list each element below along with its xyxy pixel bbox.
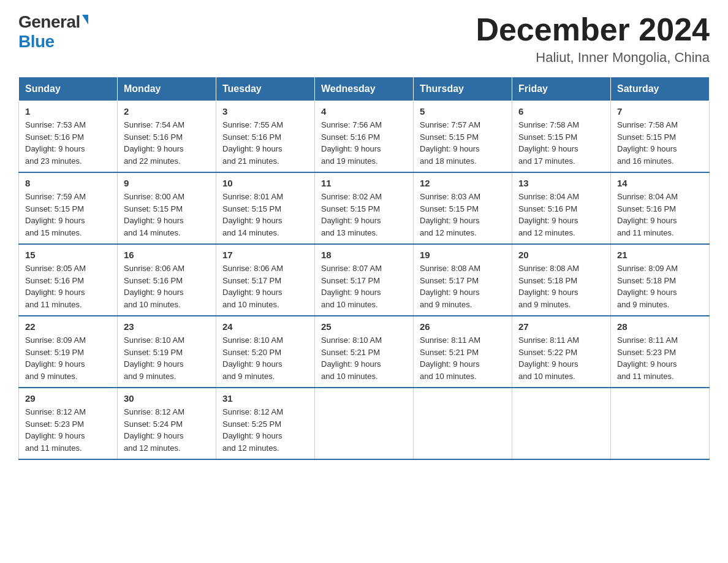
day-number: 16 (124, 250, 210, 260)
day-number: 20 (518, 250, 604, 260)
day-info: Sunrise: 8:09 AMSunset: 5:19 PMDaylight:… (25, 334, 111, 382)
header-wednesday: Wednesday (315, 77, 414, 101)
day-cell-7: 7Sunrise: 7:58 AMSunset: 5:15 PMDaylight… (611, 101, 710, 173)
day-info: Sunrise: 7:53 AMSunset: 5:16 PMDaylight:… (25, 119, 111, 167)
day-number: 1 (25, 106, 111, 117)
day-info: Sunrise: 8:08 AMSunset: 5:17 PMDaylight:… (420, 262, 506, 310)
day-cell-25: 25Sunrise: 8:10 AMSunset: 5:21 PMDayligh… (315, 316, 414, 388)
day-cell-30: 30Sunrise: 8:12 AMSunset: 5:24 PMDayligh… (118, 388, 216, 459)
week-row-1: 1Sunrise: 7:53 AMSunset: 5:16 PMDaylight… (19, 101, 710, 173)
title-section: December 2024 Haliut, Inner Mongolia, Ch… (476, 12, 710, 66)
location-text: Haliut, Inner Mongolia, China (476, 50, 710, 66)
day-info: Sunrise: 7:54 AMSunset: 5:16 PMDaylight:… (124, 119, 210, 167)
header-sunday: Sunday (19, 77, 118, 101)
day-number: 29 (25, 393, 111, 404)
header-saturday: Saturday (611, 77, 710, 101)
day-number: 24 (222, 321, 308, 332)
day-number: 28 (617, 321, 703, 332)
day-cell-15: 15Sunrise: 8:05 AMSunset: 5:16 PMDayligh… (19, 244, 118, 316)
day-cell-22: 22Sunrise: 8:09 AMSunset: 5:19 PMDayligh… (19, 316, 118, 388)
logo: General Blue (18, 12, 88, 52)
day-info: Sunrise: 8:10 AMSunset: 5:21 PMDaylight:… (321, 334, 407, 382)
day-cell-26: 26Sunrise: 8:11 AMSunset: 5:21 PMDayligh… (414, 316, 512, 388)
day-cell-2: 2Sunrise: 7:54 AMSunset: 5:16 PMDaylight… (118, 101, 216, 173)
day-number: 26 (420, 321, 506, 332)
day-info: Sunrise: 8:05 AMSunset: 5:16 PMDaylight:… (25, 262, 111, 310)
day-number: 17 (222, 250, 308, 260)
header-tuesday: Tuesday (216, 77, 315, 101)
logo-blue-text: Blue (18, 32, 55, 51)
day-number: 13 (518, 178, 604, 188)
day-number: 5 (420, 106, 506, 117)
day-info: Sunrise: 8:00 AMSunset: 5:15 PMDaylight:… (124, 191, 210, 239)
day-number: 7 (617, 106, 703, 117)
week-row-2: 8Sunrise: 7:59 AMSunset: 5:15 PMDaylight… (19, 172, 710, 244)
header-monday: Monday (118, 77, 216, 101)
week-row-3: 15Sunrise: 8:05 AMSunset: 5:16 PMDayligh… (19, 244, 710, 316)
day-info: Sunrise: 8:04 AMSunset: 5:16 PMDaylight:… (617, 191, 703, 239)
day-info: Sunrise: 8:06 AMSunset: 5:16 PMDaylight:… (124, 262, 210, 310)
day-cell-19: 19Sunrise: 8:08 AMSunset: 5:17 PMDayligh… (414, 244, 512, 316)
day-info: Sunrise: 8:10 AMSunset: 5:19 PMDaylight:… (124, 334, 210, 382)
day-number: 19 (420, 250, 506, 260)
day-info: Sunrise: 7:55 AMSunset: 5:16 PMDaylight:… (222, 119, 308, 167)
day-number: 22 (25, 321, 111, 332)
day-info: Sunrise: 8:07 AMSunset: 5:17 PMDaylight:… (321, 262, 407, 310)
day-number: 11 (321, 178, 407, 188)
day-info: Sunrise: 7:58 AMSunset: 5:15 PMDaylight:… (617, 119, 703, 167)
empty-cell (315, 388, 414, 459)
day-number: 8 (25, 178, 111, 188)
day-cell-23: 23Sunrise: 8:10 AMSunset: 5:19 PMDayligh… (118, 316, 216, 388)
empty-cell (512, 388, 611, 459)
day-cell-29: 29Sunrise: 8:12 AMSunset: 5:23 PMDayligh… (19, 388, 118, 459)
day-info: Sunrise: 7:58 AMSunset: 5:15 PMDaylight:… (518, 119, 604, 167)
day-number: 6 (518, 106, 604, 117)
day-number: 9 (124, 178, 210, 188)
calendar-header-row: SundayMondayTuesdayWednesdayThursdayFrid… (19, 77, 710, 101)
day-info: Sunrise: 7:57 AMSunset: 5:15 PMDaylight:… (420, 119, 506, 167)
day-cell-10: 10Sunrise: 8:01 AMSunset: 5:15 PMDayligh… (216, 172, 315, 244)
day-info: Sunrise: 8:12 AMSunset: 5:25 PMDaylight:… (222, 406, 308, 454)
day-cell-3: 3Sunrise: 7:55 AMSunset: 5:16 PMDaylight… (216, 101, 315, 173)
calendar-table: SundayMondayTuesdayWednesdayThursdayFrid… (18, 77, 710, 460)
day-cell-9: 9Sunrise: 8:00 AMSunset: 5:15 PMDaylight… (118, 172, 216, 244)
week-row-5: 29Sunrise: 8:12 AMSunset: 5:23 PMDayligh… (19, 388, 710, 459)
day-info: Sunrise: 7:56 AMSunset: 5:16 PMDaylight:… (321, 119, 407, 167)
day-number: 12 (420, 178, 506, 188)
empty-cell (611, 388, 710, 459)
logo-general-text: General (18, 12, 80, 32)
day-number: 18 (321, 250, 407, 260)
day-cell-20: 20Sunrise: 8:08 AMSunset: 5:18 PMDayligh… (512, 244, 611, 316)
day-number: 31 (222, 393, 308, 404)
week-row-4: 22Sunrise: 8:09 AMSunset: 5:19 PMDayligh… (19, 316, 710, 388)
day-cell-5: 5Sunrise: 7:57 AMSunset: 5:15 PMDaylight… (414, 101, 512, 173)
day-number: 30 (124, 393, 210, 404)
day-cell-6: 6Sunrise: 7:58 AMSunset: 5:15 PMDaylight… (512, 101, 611, 173)
day-cell-28: 28Sunrise: 8:11 AMSunset: 5:23 PMDayligh… (611, 316, 710, 388)
day-info: Sunrise: 8:11 AMSunset: 5:22 PMDaylight:… (518, 334, 604, 382)
empty-cell (414, 388, 512, 459)
day-cell-31: 31Sunrise: 8:12 AMSunset: 5:25 PMDayligh… (216, 388, 315, 459)
day-cell-11: 11Sunrise: 8:02 AMSunset: 5:15 PMDayligh… (315, 172, 414, 244)
day-info: Sunrise: 8:04 AMSunset: 5:16 PMDaylight:… (518, 191, 604, 239)
day-cell-14: 14Sunrise: 8:04 AMSunset: 5:16 PMDayligh… (611, 172, 710, 244)
day-cell-27: 27Sunrise: 8:11 AMSunset: 5:22 PMDayligh… (512, 316, 611, 388)
day-cell-8: 8Sunrise: 7:59 AMSunset: 5:15 PMDaylight… (19, 172, 118, 244)
day-info: Sunrise: 8:03 AMSunset: 5:15 PMDaylight:… (420, 191, 506, 239)
day-number: 3 (222, 106, 308, 117)
day-info: Sunrise: 7:59 AMSunset: 5:15 PMDaylight:… (25, 191, 111, 239)
day-number: 4 (321, 106, 407, 117)
day-cell-21: 21Sunrise: 8:09 AMSunset: 5:18 PMDayligh… (611, 244, 710, 316)
day-cell-12: 12Sunrise: 8:03 AMSunset: 5:15 PMDayligh… (414, 172, 512, 244)
logo-triangle-icon (82, 15, 88, 25)
day-info: Sunrise: 8:11 AMSunset: 5:21 PMDaylight:… (420, 334, 506, 382)
day-number: 14 (617, 178, 703, 188)
day-cell-18: 18Sunrise: 8:07 AMSunset: 5:17 PMDayligh… (315, 244, 414, 316)
day-info: Sunrise: 8:12 AMSunset: 5:24 PMDaylight:… (124, 406, 210, 454)
day-info: Sunrise: 8:02 AMSunset: 5:15 PMDaylight:… (321, 191, 407, 239)
day-number: 25 (321, 321, 407, 332)
day-cell-1: 1Sunrise: 7:53 AMSunset: 5:16 PMDaylight… (19, 101, 118, 173)
day-info: Sunrise: 8:12 AMSunset: 5:23 PMDaylight:… (25, 406, 111, 454)
day-number: 27 (518, 321, 604, 332)
day-info: Sunrise: 8:06 AMSunset: 5:17 PMDaylight:… (222, 262, 308, 310)
